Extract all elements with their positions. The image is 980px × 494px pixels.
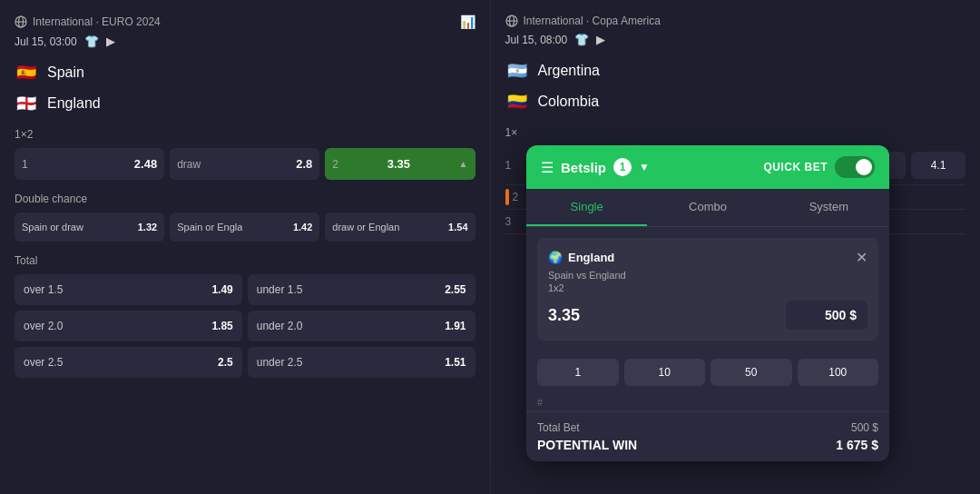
bet-selection: 🌍 England — [548, 251, 614, 264]
team2-name: England — [47, 95, 101, 112]
bet-odds: 3.35 — [548, 306, 580, 325]
dc-btn-draw-england[interactable]: draw or Englan 1.54 — [325, 212, 475, 242]
dc-draw-england-label: draw or Englan — [332, 222, 399, 232]
globe-icon — [15, 15, 27, 28]
under-2-5-btn[interactable]: under 2.5 1.51 — [248, 347, 475, 378]
over-1-5-btn[interactable]: over 1.5 1.49 — [15, 274, 242, 305]
right-date-row: Jul 15, 08:00 👕 ▶ — [505, 33, 966, 46]
left-date-row: Jul 15, 03:00 👕 ▶ — [15, 35, 475, 48]
left-panel-header: International · EURO 2024 📊 — [15, 15, 475, 29]
tab-system[interactable]: System — [769, 189, 889, 226]
world-icon: 🌍 — [548, 251, 563, 264]
orange-bar — [505, 189, 509, 205]
quick-amount-100[interactable]: 100 — [798, 359, 879, 386]
quick-bet-label: QUICK BET — [764, 161, 828, 173]
potential-win-label: POTENTIAL WIN — [537, 438, 637, 452]
bet-market: 1x2 — [548, 282, 867, 293]
row-num-3: 3 — [505, 215, 520, 228]
over-1-5-value: 1.49 — [211, 283, 232, 296]
under-2-0-value: 1.91 — [445, 320, 466, 332]
under-2-5-label: under 2.5 — [257, 356, 303, 369]
double-chance-label: Double chance — [15, 193, 475, 205]
stake-input[interactable] — [786, 301, 867, 330]
team1-flag: 🇪🇸 — [15, 61, 38, 84]
over-2-5-btn[interactable]: over 2.5 2.5 — [15, 347, 242, 378]
colombia-row: 🇨🇴 Colombia — [505, 90, 966, 114]
stream-icon-right: ▶ — [596, 33, 605, 46]
potential-win-value: 1 675 $ — [836, 438, 878, 452]
quick-amount-1[interactable]: 1 — [537, 359, 619, 386]
tab-combo[interactable]: Combo — [647, 189, 768, 226]
quick-amounts-row: 1 10 50 100 — [526, 351, 889, 393]
tab-single[interactable]: Single — [526, 189, 647, 226]
over-2-0-label: over 2.0 — [24, 320, 63, 332]
over-2-5-value: 2.5 — [218, 356, 233, 369]
left-competition-label: International · EURO 2024 — [33, 15, 161, 28]
bet-summary: Total Bet 500 $ POTENTIAL WIN 1 675 $ — [526, 411, 889, 461]
left-date: Jul 15, 03:00 — [15, 35, 77, 48]
team1-name: Spain — [47, 64, 84, 81]
bet-item-header: 🌍 England ✕ — [548, 249, 867, 266]
over-1-5-label: over 1.5 — [24, 283, 63, 296]
odds-btn-1[interactable]: 1 2.48 — [15, 148, 164, 180]
argentina-row: 🇦🇷 Argentina — [505, 59, 966, 83]
dc-btn-spain-england[interactable]: Spain or Engla 1.42 — [170, 212, 319, 242]
quick-amount-50[interactable]: 50 — [710, 359, 792, 386]
betslip-badge: 1 — [613, 158, 632, 176]
bet-selection-label: England — [568, 251, 614, 264]
betslip-dropdown-chevron[interactable]: ▼ — [639, 161, 650, 173]
over-2-0-btn[interactable]: over 2.0 1.85 — [15, 311, 242, 341]
bet-item: 🌍 England ✕ Spain vs England 1x2 3.35 — [537, 238, 878, 341]
dc-btn-spain-draw[interactable]: Spain or draw 1.32 — [15, 212, 164, 242]
total-bet-value: 500 $ — [851, 421, 878, 434]
under-2-0-label: under 2.0 — [257, 320, 303, 332]
right-panel-header: International · Copa America — [505, 15, 966, 27]
right-market-label: 1× — [505, 126, 966, 139]
over-2-5-label: over 2.5 — [24, 356, 63, 369]
right-competition-info: International · Copa America — [505, 15, 661, 27]
bet-close-button[interactable]: ✕ — [856, 249, 867, 266]
odds-draw-value: 2.8 — [296, 157, 312, 171]
row-num-1: 1 — [505, 159, 520, 172]
argentina-name: Argentina — [538, 63, 601, 79]
quick-bet-area: QUICK BET — [764, 156, 876, 178]
dc-draw-england-value: 1.54 — [448, 222, 467, 232]
bet-odds-stake-row: 3.35 — [548, 301, 867, 330]
over-2-0-value: 1.85 — [211, 320, 232, 332]
odds-draw-label: draw — [177, 158, 201, 171]
shirt-icon: 👕 — [84, 35, 99, 48]
odds-btn-2[interactable]: 2 3.35 ▲ — [325, 148, 475, 180]
1x2-odds-row: 1 2.48 draw 2.8 2 3.35 ▲ — [15, 148, 475, 180]
odds-btn-draw[interactable]: draw 2.8 — [170, 148, 319, 180]
potential-win-row: POTENTIAL WIN 1 675 $ — [537, 438, 878, 452]
right-date: Jul 15, 08:00 — [505, 34, 568, 46]
betslip-title: Betslip — [561, 160, 606, 175]
right-odds-btn-4-1[interactable]: 4.1 — [911, 152, 965, 179]
quick-bet-toggle[interactable] — [835, 156, 875, 178]
betslip-header: ☰ Betslip 1 ▼ QUICK BET — [526, 145, 889, 189]
left-competition-info: International · EURO 2024 — [15, 15, 161, 28]
double-chance-row: Spain or draw 1.32 Spain or Engla 1.42 d… — [15, 212, 475, 242]
dc-spain-draw-label: Spain or draw — [22, 222, 83, 232]
colombia-flag: 🇨🇴 — [505, 90, 529, 114]
under-2-0-btn[interactable]: under 2.0 1.91 — [248, 311, 475, 341]
total-row-1: over 1.5 1.49 under 1.5 2.55 — [15, 274, 475, 305]
right-competition-label: International · Copa America — [524, 15, 661, 27]
betslip-tabs: Single Combo System — [526, 189, 889, 227]
left-panel: International · EURO 2024 📊 Jul 15, 03:0… — [0, 0, 491, 494]
shirt-icon-right: 👕 — [574, 33, 589, 46]
under-1-5-btn[interactable]: under 1.5 2.55 — [248, 274, 475, 305]
total-row-2: over 2.0 1.85 under 2.0 1.91 — [15, 311, 475, 341]
colombia-name: Colombia — [538, 94, 600, 110]
odds-2-label: 2 — [332, 158, 338, 171]
under-1-5-label: under 1.5 — [257, 283, 303, 296]
betslip-list-icon: ☰ — [541, 159, 554, 176]
market-1x2-label: 1×2 — [15, 128, 475, 141]
team1-row: 🇪🇸 Spain — [15, 61, 475, 84]
dc-spain-england-value: 1.42 — [293, 222, 312, 232]
total-rows: over 1.5 1.49 under 1.5 2.55 over 2.0 1.… — [15, 274, 475, 378]
betslip-overlay: ☰ Betslip 1 ▼ QUICK BET Single Combo Sys… — [526, 145, 889, 461]
quick-amount-10[interactable]: 10 — [624, 359, 706, 386]
argentina-flag: 🇦🇷 — [505, 59, 529, 83]
odds-2-value: 3.35 — [387, 157, 410, 171]
